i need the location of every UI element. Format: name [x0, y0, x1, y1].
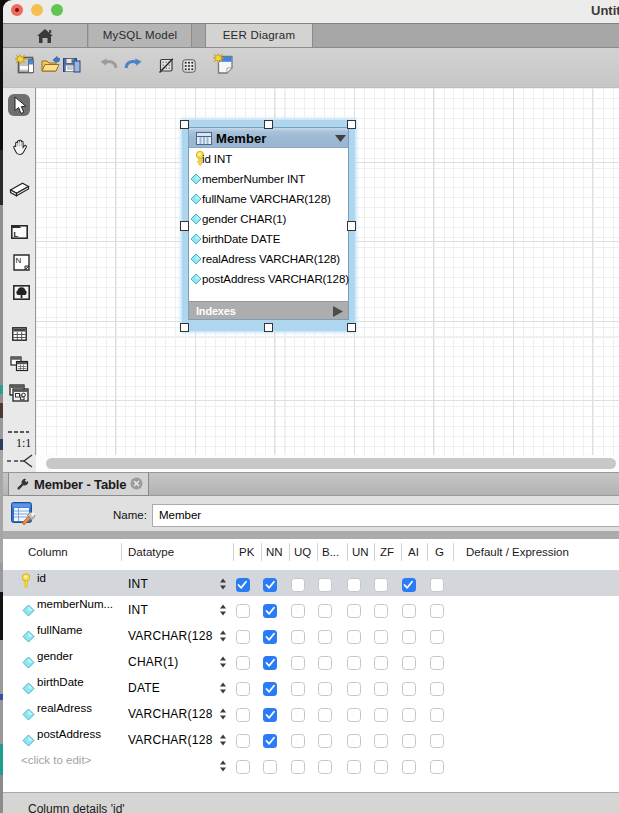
svg-text:L: L [14, 230, 19, 239]
svg-text:N: N [15, 256, 21, 265]
